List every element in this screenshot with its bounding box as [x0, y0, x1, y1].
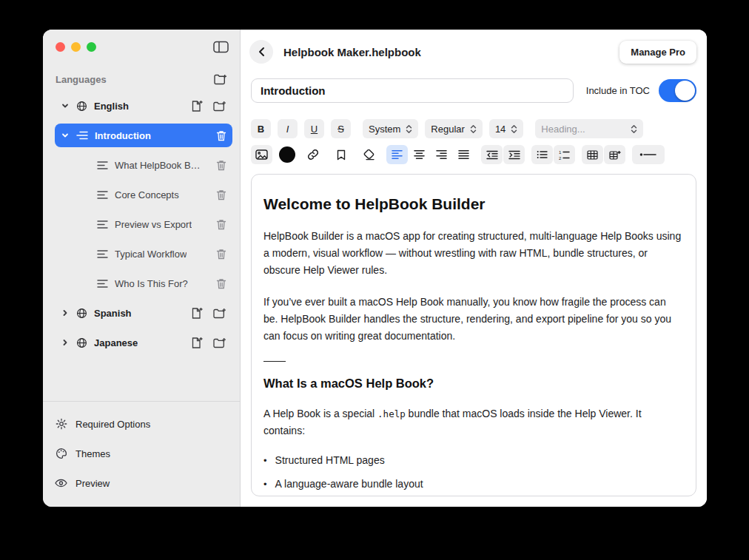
image-icon — [255, 149, 268, 160]
page-label: What HelpBook Buil… — [115, 160, 203, 171]
align-right-icon — [436, 149, 447, 160]
indent-button[interactable] — [503, 145, 525, 164]
new-page-icon[interactable] — [191, 307, 204, 319]
font-family-select[interactable]: System — [363, 119, 418, 138]
align-justify-icon — [458, 149, 469, 160]
editor-paragraph: A Help Book is a special .help bundle th… — [263, 405, 682, 439]
languages-header-label: Languages — [56, 74, 107, 85]
back-button[interactable] — [249, 40, 273, 64]
page-row-introduction[interactable]: Introduction — [55, 124, 232, 147]
page-row-what-helpbook-builder[interactable]: What HelpBook Buil… — [55, 153, 232, 177]
numbered-list-button[interactable]: 12 — [554, 145, 575, 164]
sidebar-titlebar — [43, 30, 240, 64]
trash-icon[interactable] — [216, 160, 226, 171]
minimize-window-button[interactable] — [71, 42, 81, 52]
toggle-knob — [675, 81, 695, 101]
chevron-updown-icon — [511, 124, 517, 134]
chevron-right-icon[interactable] — [61, 338, 70, 347]
horizontal-rule-button[interactable] — [632, 145, 665, 164]
new-folder-icon[interactable] — [213, 308, 226, 319]
align-center-button[interactable] — [409, 145, 430, 164]
chevron-left-icon — [258, 47, 266, 57]
align-justify-button[interactable] — [453, 145, 474, 164]
chevron-right-icon[interactable] — [61, 308, 70, 317]
manage-pro-button[interactable]: Manage Pro — [619, 41, 696, 64]
trash-icon[interactable] — [216, 278, 226, 289]
page-row-preview-vs-export[interactable]: Preview vs Export — [55, 212, 232, 236]
new-folder-icon[interactable] — [213, 337, 226, 348]
language-label: English — [94, 101, 129, 112]
italic-button[interactable]: I — [278, 119, 298, 138]
font-weight-value: Regular — [431, 124, 465, 135]
page-title-row: Include in TOC — [241, 68, 707, 103]
font-size-value: 14 — [495, 124, 506, 135]
language-row-english[interactable]: English — [55, 94, 232, 118]
new-folder-icon[interactable] — [213, 101, 226, 112]
language-row-spanish[interactable]: Spanish — [55, 301, 232, 325]
insert-image-button[interactable] — [251, 145, 272, 164]
page-icon — [97, 279, 108, 289]
page-label: Core Concepts — [115, 189, 179, 200]
new-page-icon[interactable] — [191, 337, 204, 348]
insert-table-button[interactable] — [582, 145, 603, 164]
gear-icon — [55, 418, 67, 430]
new-language-folder-icon[interactable] — [214, 74, 227, 85]
font-weight-select[interactable]: Regular — [425, 119, 483, 138]
trash-icon[interactable] — [216, 219, 226, 230]
inline-code: .help — [377, 408, 406, 419]
outdent-button[interactable] — [481, 145, 503, 164]
underline-button[interactable]: U — [304, 119, 324, 138]
page-row-who-is-this-for[interactable]: Who Is This For? — [55, 271, 232, 295]
clear-format-button[interactable] — [358, 145, 380, 164]
bookmark-button[interactable] — [330, 145, 352, 164]
svg-text:1: 1 — [559, 150, 562, 155]
font-size-select[interactable]: 14 — [489, 119, 523, 138]
text-color-swatch[interactable] — [279, 146, 295, 163]
chevron-down-icon[interactable] — [61, 101, 70, 110]
languages-section-header: Languages — [43, 64, 240, 91]
format-toolbar-row1: B I U S System Regular 14 — [241, 119, 707, 138]
page-label: Preview vs Export — [115, 219, 192, 230]
svg-text:2: 2 — [559, 155, 562, 159]
align-left-button[interactable] — [386, 145, 408, 164]
bold-button[interactable]: B — [251, 119, 271, 138]
insert-link-button[interactable] — [302, 145, 323, 164]
globe-icon — [76, 337, 87, 348]
zoom-window-button[interactable] — [87, 42, 96, 52]
align-right-button[interactable] — [431, 145, 452, 164]
table-add-icon — [609, 150, 621, 160]
editor-heading2: What Is a macOS Help Book? — [263, 377, 684, 391]
toggle-sidebar-button[interactable] — [213, 41, 229, 53]
sidebar-item-preview[interactable]: Preview — [55, 468, 228, 498]
page-row-typical-workflow[interactable]: Typical Workflow — [55, 242, 232, 266]
trash-icon[interactable] — [216, 249, 226, 260]
link-icon — [307, 149, 319, 161]
new-page-icon[interactable] — [191, 100, 204, 112]
alignment-group — [386, 145, 474, 164]
editor-canvas[interactable]: Welcome to HelpBook Builder HelpBook Bui… — [251, 174, 696, 496]
bullet-list-button[interactable] — [531, 145, 553, 164]
trash-icon[interactable] — [216, 189, 226, 200]
bullet-list-icon — [537, 150, 548, 159]
sidebar-item-themes[interactable]: Themes — [55, 439, 228, 468]
close-window-button[interactable] — [56, 42, 65, 52]
horizontal-rule-icon — [639, 151, 657, 158]
trash-icon[interactable] — [216, 130, 226, 141]
include-in-toc-label: Include in TOC — [586, 85, 650, 96]
sidebar-item-required-options[interactable]: Required Options — [55, 409, 228, 439]
page-icon — [97, 161, 108, 170]
language-row-japanese[interactable]: Japanese — [55, 331, 232, 354]
heading-select[interactable]: Heading... — [535, 119, 643, 138]
strikethrough-button[interactable]: S — [331, 119, 351, 138]
chevron-updown-icon — [631, 124, 637, 134]
chevron-down-icon[interactable] — [61, 131, 70, 140]
eraser-icon — [363, 149, 375, 161]
bullet-text: Structured HTML pages — [275, 454, 385, 466]
table-options-button[interactable] — [604, 145, 625, 164]
include-in-toc-toggle[interactable] — [659, 79, 696, 102]
main-content: Helpbook Maker.helpbook Manage Pro Inclu… — [241, 30, 707, 507]
page-title-input[interactable] — [251, 78, 574, 103]
page-row-core-concepts[interactable]: Core Concepts — [55, 183, 232, 206]
list-group: 12 — [531, 145, 575, 164]
sidebar-item-label: Themes — [75, 448, 110, 459]
